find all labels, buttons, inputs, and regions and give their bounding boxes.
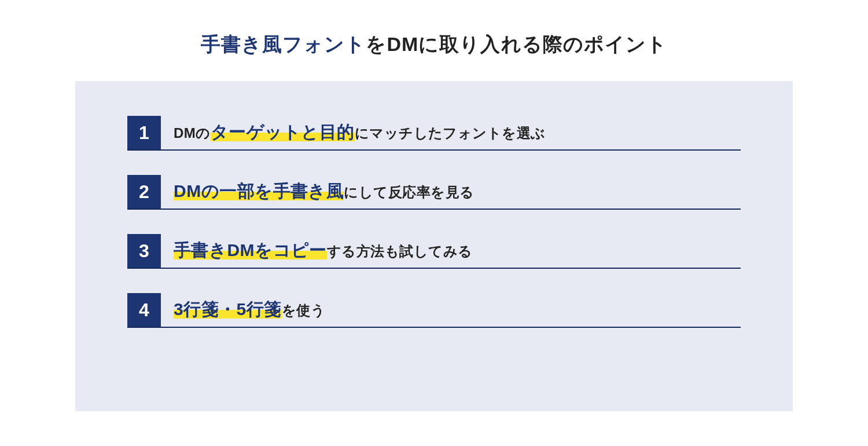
item-post: を使う bbox=[282, 302, 325, 318]
list-item: 3 手書きDMをコピーする方法も試してみる bbox=[127, 234, 741, 269]
item-text: 手書きDMをコピーする方法も試してみる bbox=[174, 240, 741, 268]
item-text: DMのターゲットと目的にマッチしたフォントを選ぶ bbox=[174, 122, 741, 149]
page: 手書き風フォントをDMに取り入れる際のポイント 1 DMのターゲットと目的にマッ… bbox=[0, 0, 868, 446]
item-highlight: 手書きDMをコピー bbox=[174, 240, 327, 259]
item-text: 3行箋・5行箋を使う bbox=[174, 299, 741, 327]
points-panel: 1 DMのターゲットと目的にマッチしたフォントを選ぶ 2 DMの一部を手書き風に… bbox=[75, 81, 793, 411]
item-text: DMの一部を手書き風にして反応率を見る bbox=[174, 181, 741, 209]
item-highlight: ターゲットと目的 bbox=[211, 122, 355, 141]
list-item: 1 DMのターゲットと目的にマッチしたフォントを選ぶ bbox=[127, 116, 741, 151]
list-item: 2 DMの一部を手書き風にして反応率を見る bbox=[127, 175, 741, 210]
list-item: 4 3行箋・5行箋を使う bbox=[127, 293, 741, 328]
item-highlight: 3行箋・5行箋 bbox=[174, 299, 282, 319]
item-post: にマッチしたフォントを選ぶ bbox=[355, 125, 546, 141]
page-title-accent: 手書き風フォント bbox=[201, 33, 366, 55]
item-number-badge: 1 bbox=[127, 116, 161, 149]
item-number-badge: 2 bbox=[127, 175, 161, 209]
page-title: 手書き風フォントをDMに取り入れる際のポイント bbox=[0, 0, 868, 58]
item-post: する方法も試してみる bbox=[327, 243, 473, 259]
item-highlight: DMの一部を手書き風 bbox=[174, 181, 344, 200]
item-number-badge: 4 bbox=[127, 293, 161, 327]
page-title-rest: をDMに取り入れる際のポイント bbox=[366, 33, 667, 55]
item-number-badge: 3 bbox=[127, 234, 161, 268]
item-post: にして反応率を見る bbox=[344, 184, 474, 200]
item-pre: DMの bbox=[174, 125, 211, 141]
